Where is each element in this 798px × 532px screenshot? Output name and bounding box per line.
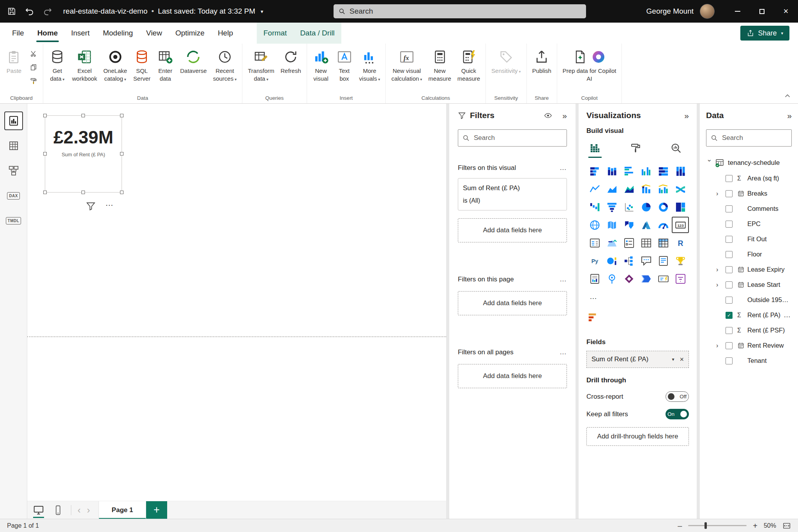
rail-item-table-view[interactable] [4,136,23,155]
ribbon-button-text-box[interactable]: Textbox [333,46,356,84]
collapse-ribbon-icon[interactable] [783,92,792,100]
section-more-icon[interactable]: … [560,348,567,356]
title-chevron-icon[interactable]: ▾ [261,9,263,14]
rail-item-dax-query-view[interactable]: DAX [4,186,23,205]
visual-waterfall-chart[interactable] [586,199,604,215]
data-field-lease-start[interactable]: ›Lease Start [706,277,792,292]
filter-card-sum-of-rent-pa[interactable]: Sum of Rent (£ PA)is (All) [458,178,567,210]
visual-multi-row-card[interactable] [586,235,604,251]
zoom-out-button[interactable]: – [678,522,682,530]
field-checkbox[interactable]: ✓ [726,312,733,319]
visual-card[interactable]: 123 [672,217,689,233]
collapse-filters-icon[interactable]: » [562,111,567,120]
format-visual-mode[interactable] [627,140,644,156]
menu-tab-help[interactable]: Help [211,23,240,44]
visual-line-chart[interactable] [586,181,604,197]
data-field-outside-1954-act[interactable]: Outside 1954 Act [706,292,792,308]
visual-decomposition-tree[interactable] [621,253,638,269]
ribbon-button-new-measure[interactable]: Newmeasure [425,46,454,84]
page-tab[interactable]: Page 1 [99,501,146,519]
close-button[interactable]: × [774,0,798,23]
data-field-rent-psf[interactable]: ΣRent (£ PSF) [706,323,792,338]
selection-handle-nw[interactable] [43,114,47,117]
visual-map[interactable] [586,217,604,233]
visual-scatter-chart[interactable] [621,199,638,215]
custom-visual-icon[interactable] [586,311,600,323]
eye-icon[interactable] [544,111,552,120]
minimize-button[interactable] [726,0,750,23]
ribbon-button-sql-server[interactable]: SQLServer [131,46,153,84]
visual-filter-icon[interactable] [86,201,96,211]
visual-donut-chart[interactable] [655,199,672,215]
visual-slicer-new[interactable] [672,270,689,287]
visual-power-automate[interactable] [637,270,655,287]
data-field-tenant[interactable]: Tenant [706,353,792,368]
new-page-button[interactable]: + [146,501,167,519]
selection-handle-s[interactable] [81,191,85,194]
ribbon-button-onelake-catalog[interactable]: OneLakecatalog▾ [101,46,130,84]
visual-azure-map[interactable] [637,217,655,233]
selection-handle-e[interactable] [120,152,124,156]
drill-through-dropzone[interactable]: Add drill-through fields here [586,427,689,446]
user-avatar[interactable] [700,4,715,19]
visual-smart-narrative[interactable] [655,253,672,269]
field-checkbox[interactable] [726,281,733,288]
visual-100-stacked-column-chart[interactable] [672,163,689,179]
ribbon-button-transform-data[interactable]: Transformdata▾ [245,46,277,84]
visual-stacked-bar-chart[interactable] [586,163,604,179]
selection-handle-ne[interactable] [120,114,124,117]
visual-python-visual[interactable]: Py [586,253,604,269]
filter-dropzone[interactable]: Add data fields here [458,291,567,315]
ribbon-button-enter-data[interactable]: Enterdata [154,46,177,84]
ribbon-button-dataverse[interactable]: Dataverse [177,46,209,76]
field-checkbox[interactable] [726,327,733,334]
section-more-icon[interactable]: … [560,164,567,172]
ribbon-button-new-visual-calculation[interactable]: fxNew visualcalculation▾ [388,46,425,84]
expand-field-icon[interactable]: › [716,190,726,197]
undo-icon[interactable] [25,7,34,16]
data-field-rent-review[interactable]: ›Rent Review [706,338,792,353]
cut-button[interactable] [27,48,40,60]
cross-report-toggle[interactable]: Off [666,391,689,402]
ribbon-button-quick-measure[interactable]: Quickmeasure [455,46,483,84]
next-page-icon[interactable]: › [87,505,90,515]
menu-tab-file[interactable]: File [5,23,31,44]
data-field-floor[interactable]: Floor [706,247,792,262]
ribbon-button-new-visual[interactable]: Newvisual [310,46,332,84]
collapse-visualizations-icon[interactable]: » [684,111,689,120]
filter-dropzone[interactable]: Add data fields here [458,364,567,388]
field-well[interactable]: Sum of Rent (£ PA) ▾ × [586,351,689,368]
data-field-rent-pa[interactable]: ✓ΣRent (£ PA)… [706,308,792,323]
visual-funnel-chart[interactable] [604,199,621,215]
field-checkbox[interactable] [726,205,733,212]
visual-line-and-stacked-column-chart[interactable] [637,181,655,197]
data-field-fit-out[interactable]: Fit Out [706,232,792,247]
visual-clustered-bar-chart[interactable] [621,163,638,179]
field-checkbox[interactable] [726,251,733,258]
ribbon-button-refresh[interactable]: Refresh [278,46,304,76]
collapse-table-icon[interactable]: › [706,159,713,168]
menu-tab-optimize[interactable]: Optimize [169,23,211,44]
menu-tab-format[interactable]: Format [257,23,293,44]
selection-handle-se[interactable] [120,191,124,194]
share-button[interactable]: Share ▾ [740,26,789,41]
ribbon-button-publish[interactable]: Publish [530,46,554,76]
fit-to-page-icon[interactable] [782,521,791,530]
previous-page-icon[interactable]: ‹ [78,505,81,515]
visual-metrics[interactable] [672,253,689,269]
rail-item-tmdl-view[interactable]: TMDL [4,211,23,230]
data-field-area-sq-ft[interactable]: ΣArea (sq ft) [706,171,792,186]
visual-arcgis-map[interactable] [604,270,621,287]
data-field-lease-expiry[interactable]: ›Lease Expiry [706,262,792,277]
field-checkbox[interactable] [726,297,733,304]
selection-handle-sw[interactable] [43,191,47,194]
ribbon-button-excel-workbook[interactable]: Excelworkbook [69,46,100,84]
visual-paginated-report[interactable] [586,270,604,287]
visual-r-script-visual[interactable]: R [672,235,689,251]
data-field-comments[interactable]: Comments [706,201,792,216]
ribbon-button-recent-sources[interactable]: Recentsources▾ [210,46,240,84]
data-search-input[interactable] [722,134,787,142]
selection-handle-n[interactable] [81,114,85,117]
zoom-in-button[interactable]: + [753,522,757,530]
ribbon-button-more-visuals[interactable]: Morevisuals▾ [357,46,383,84]
